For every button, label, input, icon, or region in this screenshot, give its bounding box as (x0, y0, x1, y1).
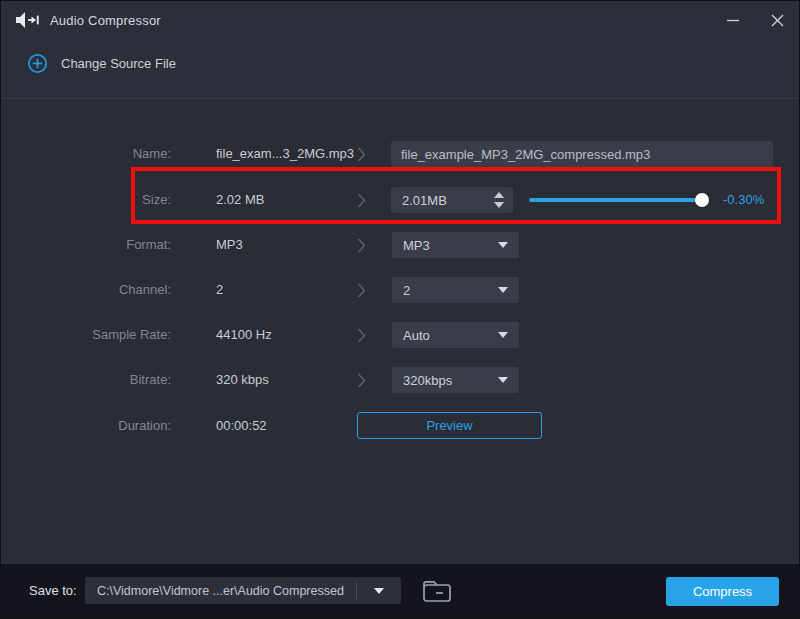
chevron-right-icon (356, 327, 367, 348)
channel-dropdown[interactable]: 2 (392, 277, 519, 303)
sample-rate-dropdown[interactable]: Auto (392, 322, 519, 348)
chevron-right-icon (356, 372, 367, 393)
name-source-value: file_exam...3_2MG.mp3 (216, 140, 354, 168)
row-format: Format: MP3 MP3 (1, 231, 799, 259)
top-band: Audio Compressor Change Source File (1, 1, 799, 99)
size-slider-fill (529, 198, 702, 202)
footer-bar: Save to: C:\Vidmore\Vidmore ...er\Audio … (1, 564, 799, 618)
minimize-button[interactable] (711, 1, 755, 39)
row-channel: Channel: 2 2 (1, 276, 799, 304)
size-slider-knob[interactable] (695, 193, 709, 207)
format-label: Format: (1, 231, 171, 259)
size-slider[interactable] (529, 186, 709, 214)
dropdown-arrow-icon (498, 242, 508, 248)
channel-source-value: 2 (216, 276, 223, 304)
window-title: Audio Compressor (50, 13, 161, 28)
bitrate-label: Bitrate: (1, 366, 171, 394)
dropdown-arrow-icon (498, 287, 508, 293)
save-path-dropdown-icon[interactable] (374, 588, 384, 594)
plus-circle-icon (27, 53, 48, 74)
size-source-value: 2.02 MB (216, 186, 264, 214)
size-label: Size: (1, 186, 171, 214)
size-reduction-readout: -0.30% (723, 186, 764, 214)
spin-up-icon[interactable] (494, 192, 504, 198)
chevron-right-icon (356, 146, 367, 167)
target-size-value: 2.01MB (391, 193, 494, 208)
channel-dropdown-value: 2 (392, 283, 498, 298)
target-size-spinbox[interactable]: 2.01MB (391, 187, 513, 213)
change-source-file-label: Change Source File (61, 56, 176, 71)
save-to-label: Save to: (29, 564, 77, 618)
save-path-combobox[interactable]: C:\Vidmore\Vidmore ...er\Audio Compresse… (85, 577, 401, 604)
bitrate-dropdown-value: 320kbps (392, 373, 498, 388)
format-dropdown-value: MP3 (392, 238, 498, 253)
duration-label: Duration: (1, 412, 171, 440)
row-duration: Duration: 00:00:52 Preview (1, 412, 799, 440)
duration-value: 00:00:52 (216, 412, 267, 440)
sample-rate-dropdown-value: Auto (392, 328, 498, 343)
name-label: Name: (1, 140, 171, 168)
folder-icon (422, 579, 452, 603)
size-spinner-arrows (494, 192, 504, 208)
settings-panel: Name: file_exam...3_2MG.mp3 Size: 2.02 M… (1, 100, 799, 564)
spin-down-icon[interactable] (494, 202, 504, 208)
dropdown-arrow-icon (498, 377, 508, 383)
row-name: Name: file_exam...3_2MG.mp3 (1, 140, 799, 168)
bitrate-source-value: 320 kbps (216, 366, 269, 394)
combobox-divider (356, 582, 357, 599)
channel-label: Channel: (1, 276, 171, 304)
browse-folder-button[interactable] (421, 578, 453, 604)
row-size: Size: 2.02 MB 2.01MB -0.30% (1, 186, 799, 214)
save-path-text: C:\Vidmore\Vidmore ...er\Audio Compresse… (85, 584, 356, 598)
chevron-right-icon (356, 237, 367, 258)
row-sample-rate: Sample Rate: 44100 Hz Auto (1, 321, 799, 349)
sample-rate-label: Sample Rate: (1, 321, 171, 349)
change-source-file-button[interactable]: Change Source File (27, 53, 176, 74)
close-icon (770, 13, 785, 28)
dropdown-arrow-icon (498, 332, 508, 338)
compress-button[interactable]: Compress (666, 577, 779, 606)
window-controls (711, 1, 799, 39)
speaker-arrow-icon (15, 11, 40, 29)
close-button[interactable] (755, 1, 799, 39)
output-filename-input[interactable] (391, 141, 773, 167)
sample-rate-source-value: 44100 Hz (216, 321, 272, 349)
bitrate-dropdown[interactable]: 320kbps (392, 367, 519, 393)
row-bitrate: Bitrate: 320 kbps 320kbps (1, 366, 799, 394)
size-slider-track[interactable] (529, 198, 709, 202)
audio-compressor-window: Audio Compressor Change Source File (0, 0, 800, 619)
title-bar: Audio Compressor (1, 1, 799, 39)
format-source-value: MP3 (216, 231, 243, 259)
preview-button[interactable]: Preview (357, 412, 542, 439)
format-dropdown[interactable]: MP3 (392, 232, 519, 258)
chevron-right-icon (356, 282, 367, 303)
minimize-icon (726, 13, 740, 27)
chevron-right-icon (356, 192, 367, 213)
